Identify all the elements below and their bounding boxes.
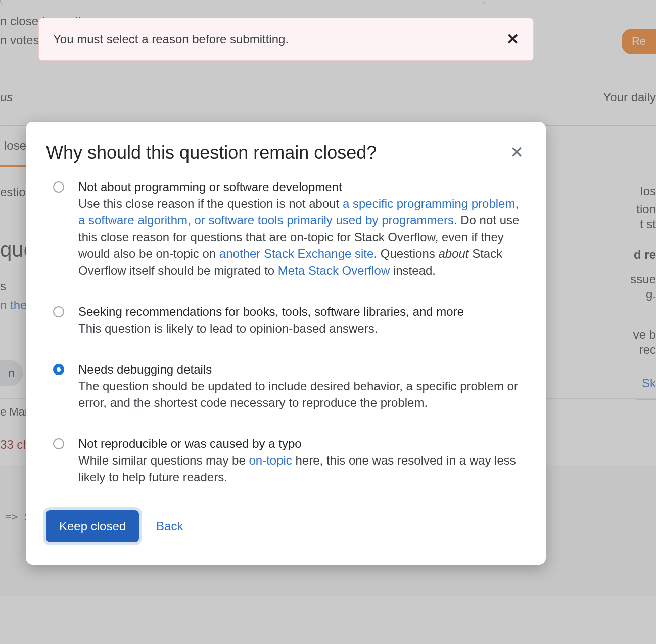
radio-not-reproducible-typo[interactable]: [53, 438, 64, 449]
italic-about: about: [438, 247, 468, 260]
option-not-reproducible-typo[interactable]: Not reproducible or was caused by a typo…: [53, 435, 526, 485]
option-title: Needs debugging details: [78, 361, 526, 378]
option-body: Seeking recommendations for books, tools…: [78, 303, 464, 337]
modal-header: Why should this question remain closed? …: [46, 142, 526, 163]
option-body: Not reproducible or was caused by a typo…: [78, 435, 526, 485]
close-reason-options: Not about programming or software develo…: [46, 178, 526, 486]
link-meta-so[interactable]: Meta Stack Overflow: [278, 264, 390, 278]
option-description: Use this close reason if the question is…: [78, 195, 526, 279]
keep-closed-button[interactable]: Keep closed: [46, 510, 139, 542]
option-body: Needs debugging details The question sho…: [78, 361, 526, 411]
toast-close-button[interactable]: ✕: [506, 30, 519, 48]
option-not-programming[interactable]: Not about programming or software develo…: [53, 178, 526, 279]
option-needs-debugging-details[interactable]: Needs debugging details The question sho…: [53, 361, 526, 411]
option-description: While similar questions may be on-topic …: [78, 452, 526, 485]
option-title: Seeking recommendations for books, tools…: [78, 303, 464, 320]
link-on-topic[interactable]: on-topic: [249, 453, 292, 467]
close-icon: ✕: [510, 143, 524, 161]
option-description: The question should be updated to includ…: [78, 378, 526, 411]
error-toast: You must select a reason before submitti…: [38, 18, 534, 61]
radio-seeking-recommendations[interactable]: [53, 306, 64, 317]
link-another-se-site[interactable]: another Stack Exchange site: [219, 247, 374, 260]
modal-footer: Keep closed Back: [46, 510, 526, 542]
option-title: Not reproducible or was caused by a typo: [78, 435, 526, 452]
option-title: Not about programming or software develo…: [78, 178, 526, 195]
modal-title: Why should this question remain closed?: [46, 142, 377, 163]
option-description: This question is likely to lead to opini…: [78, 320, 464, 337]
radio-not-programming[interactable]: [53, 181, 64, 193]
modal-close-button[interactable]: ✕: [508, 142, 526, 162]
option-seeking-recommendations[interactable]: Seeking recommendations for books, tools…: [53, 303, 526, 337]
close-icon: ✕: [506, 31, 519, 48]
option-body: Not about programming or software develo…: [78, 178, 526, 279]
close-reason-modal: Why should this question remain closed? …: [26, 122, 546, 565]
toast-message: You must select a reason before submitti…: [53, 32, 289, 47]
radio-needs-debugging-details[interactable]: [53, 364, 64, 375]
back-button[interactable]: Back: [156, 519, 183, 533]
